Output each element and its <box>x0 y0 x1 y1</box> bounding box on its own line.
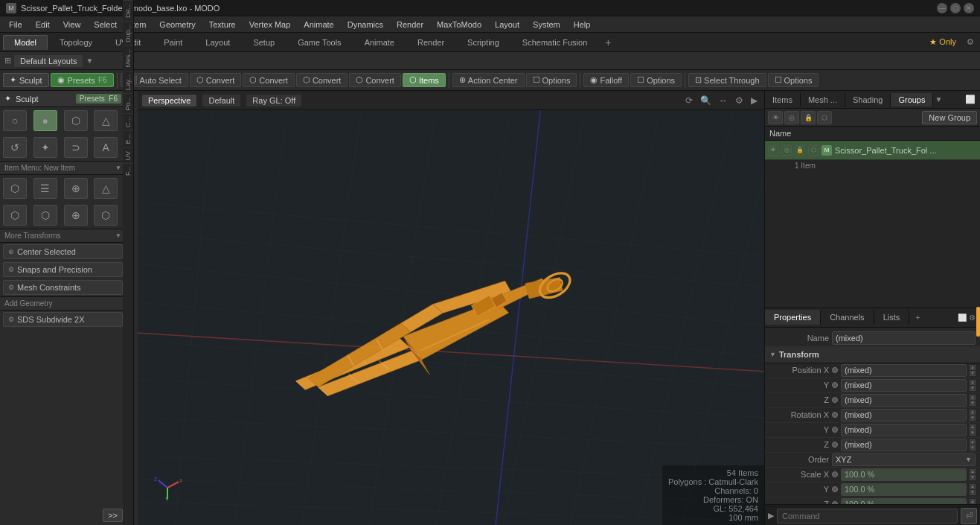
prop-field-order[interactable]: XYZ ▼ <box>832 454 976 466</box>
scene-tab-groups[interactable]: Groups <box>891 93 933 106</box>
menu-item-texture[interactable]: Texture <box>203 19 242 31</box>
menu-item-layout[interactable]: Layout <box>489 19 525 31</box>
prop-arrow-up-scale-x[interactable]: ▲ <box>970 469 976 474</box>
menu-item-maxtomodo[interactable]: MaxToModo <box>431 19 487 31</box>
tab-paint[interactable]: Paint <box>153 35 193 50</box>
tab-scripting[interactable]: Scripting <box>456 35 510 50</box>
mesh-constraints-btn[interactable]: ⚙ Mesh Constraints <box>3 280 123 295</box>
minimize-button[interactable]: — <box>937 3 947 13</box>
play-icon[interactable]: ▶ <box>749 95 760 106</box>
command-submit-btn[interactable]: ⏎ <box>961 508 977 524</box>
tab-animate[interactable]: Animate <box>353 35 406 50</box>
viewport[interactable]: Perspective Default Ray GL: Off ⟳ 🔍 ↔ ⚙ … <box>138 91 764 525</box>
prop-arrow-dn-rot-x[interactable]: ▼ <box>970 416 976 421</box>
items-button[interactable]: ⬡ Items <box>403 73 446 87</box>
sds-subdivide-btn[interactable]: ⚙ SDS Subdivide 2X <box>3 312 123 327</box>
prop-field-scale-y[interactable]: 100.0 % <box>841 483 967 496</box>
close-button[interactable]: ✕ <box>964 3 974 13</box>
presets-button[interactable]: ◉ Presets F6 <box>51 73 114 87</box>
vert-label-f[interactable]: F... <box>123 163 133 179</box>
prop-arrow-dn-pos-x[interactable]: ▼ <box>970 371 976 376</box>
scene-item-render-0[interactable]: ◎ <box>781 145 792 156</box>
menu-item-select[interactable]: Select <box>88 19 123 31</box>
scene-tab-expand[interactable]: ▼ <box>935 94 947 106</box>
orbit-icon[interactable]: ⟳ <box>683 95 695 106</box>
prop-arrow-dn-pos-y[interactable]: ▼ <box>970 386 976 391</box>
prop-dot-pos-z[interactable] <box>832 397 838 403</box>
tab-render[interactable]: Render <box>406 35 455 50</box>
menu-item-system[interactable]: System <box>527 19 566 31</box>
tool-cell-4d[interactable]: ⬡ <box>94 205 118 226</box>
props-tab-add[interactable]: + <box>909 310 926 325</box>
tab-schematic-fusion[interactable]: Schematic Fusion <box>511 35 598 50</box>
prop-dot-rot-x[interactable] <box>832 412 838 418</box>
tool-cell-4b[interactable]: ⬡ <box>33 205 57 226</box>
props-tab-properties[interactable]: Properties <box>765 310 821 325</box>
fit-icon[interactable]: ↔ <box>717 95 730 106</box>
snaps-precision-btn[interactable]: ⚙ Snaps and Precision <box>3 262 123 277</box>
default-tab[interactable]: Default <box>202 95 240 106</box>
prop-arrow-up-pos-y[interactable]: ▲ <box>970 380 976 385</box>
prop-field-pos-x[interactable]: (mixed) <box>841 364 967 377</box>
prop-field-scale-z[interactable]: 100.0 % <box>841 498 967 505</box>
convert-button-2[interactable]: ⬡ Convert <box>243 73 295 87</box>
prop-dot-rot-y[interactable] <box>832 427 838 433</box>
vert-label-e[interactable]: E... <box>123 130 133 147</box>
center-selected-btn[interactable]: ⊕ Center Selected <box>3 244 123 259</box>
viewport-canvas[interactable]: X Z Y 54 Items Polygons : Catmull-Clark … <box>138 110 764 525</box>
tool-cell-tri[interactable]: △ <box>94 110 118 131</box>
more-arrow-btn[interactable]: >> <box>103 509 123 522</box>
vert-label-c[interactable]: C... <box>123 113 133 130</box>
tool-cell-rotate[interactable]: ↺ <box>3 137 27 158</box>
command-input[interactable] <box>777 509 958 524</box>
scene-tool-wire[interactable]: ⬡ <box>817 111 832 124</box>
tab-setup[interactable]: Setup <box>242 35 286 50</box>
options-button-1[interactable]: ☐ Options <box>526 73 577 87</box>
zoom-icon[interactable]: 🔍 <box>698 95 714 106</box>
prop-arrow-dn-pos-z[interactable]: ▼ <box>970 401 976 406</box>
prop-arrow-dn-scale-x[interactable]: ▼ <box>970 475 976 480</box>
vert-label-lay[interactable]: Lay... <box>123 71 133 93</box>
menu-item-view[interactable]: View <box>57 19 87 31</box>
scene-tool-lock[interactable]: 🔒 <box>801 111 816 124</box>
scene-tab-shading[interactable]: Shading <box>845 93 891 106</box>
scene-tab-mesh[interactable]: Mesh ... <box>801 93 845 106</box>
vert-label-uv[interactable]: UV <box>123 147 133 164</box>
prop-dot-pos-y[interactable] <box>832 382 838 388</box>
star-only-label[interactable]: ★ Only <box>925 36 961 48</box>
prop-field-rot-x[interactable]: (mixed) <box>841 409 967 421</box>
gear-icon[interactable]: ⚙ <box>733 95 746 106</box>
tool-cell-star[interactable]: ✦ <box>33 137 57 158</box>
prop-dot-scale-x[interactable] <box>832 471 838 477</box>
convert-button-3[interactable]: ⬡ Convert <box>296 73 348 87</box>
options-button-3[interactable]: ☐ Options <box>768 73 819 87</box>
prop-field-rot-y[interactable]: (mixed) <box>841 424 967 436</box>
prop-value-name[interactable]: (mixed) <box>832 331 976 345</box>
scene-expand-btn[interactable]: ⬜ <box>961 92 980 106</box>
props-tab-lists[interactable]: Lists <box>874 310 910 325</box>
scene-item-wire-0[interactable]: ⬡ <box>808 145 819 156</box>
tab-add-button[interactable]: + <box>599 34 617 51</box>
menu-item-edit[interactable]: Edit <box>30 19 56 31</box>
tab-layout[interactable]: Layout <box>194 35 241 50</box>
scene-item-0[interactable]: 👁 ◎ 🔒 ⬡ M Scissor_Pallet_Truck_Fol ... <box>765 141 980 160</box>
vert-label-de[interactable]: De... <box>123 0 133 21</box>
tab-game-tools[interactable]: Game Tools <box>286 35 353 50</box>
scene-tool-render[interactable]: ◎ <box>784 111 799 124</box>
sculpt-button[interactable]: ✦ Sculpt <box>3 73 49 87</box>
menu-item-dynamics[interactable]: Dynamics <box>342 19 389 31</box>
tool-cell-text[interactable]: A <box>94 137 118 158</box>
convert-button-1[interactable]: ⬡ Convert <box>190 73 242 87</box>
tool-cell-4a[interactable]: ⬡ <box>3 205 27 226</box>
tool-cell-sphere[interactable]: ○ <box>3 110 27 131</box>
tool-cell-list[interactable]: ☰ <box>33 178 57 199</box>
prop-arrow-up-rot-y[interactable]: ▲ <box>970 424 976 430</box>
prop-arrow-dn-scale-y[interactable]: ▼ <box>970 490 976 495</box>
vert-label-dup[interactable]: Dup... <box>123 21 133 45</box>
scene-tool-eye[interactable]: 👁 <box>768 111 783 124</box>
prop-dot-rot-z[interactable] <box>832 442 838 448</box>
convert-button-4[interactable]: ⬡ Convert <box>349 73 401 87</box>
prop-arrow-up-rot-x[interactable]: ▲ <box>970 410 976 415</box>
vert-label-po[interactable]: Po... <box>123 93 133 114</box>
perspective-tab[interactable]: Perspective <box>142 95 196 106</box>
